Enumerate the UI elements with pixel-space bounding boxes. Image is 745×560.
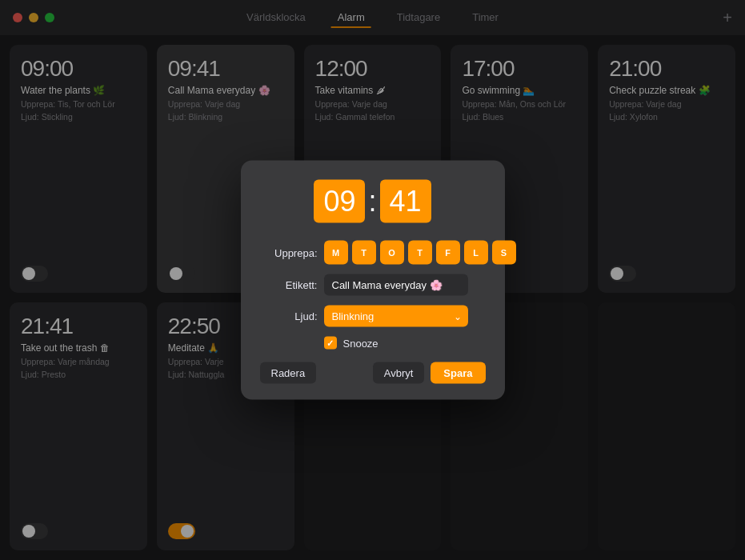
etikett-label: Etikett: xyxy=(260,279,318,291)
delete-button[interactable]: Radera xyxy=(260,362,317,384)
sound-row: Ljud: Blinkning Stickling Gammal telefon… xyxy=(260,306,486,327)
alarm-edit-dialog: 09 : 41 Upprepa: M T O T F L S Etikett: … xyxy=(241,161,505,400)
save-button[interactable]: Spara xyxy=(431,362,485,384)
day-friday[interactable]: F xyxy=(436,241,460,265)
time-hour[interactable]: 09 xyxy=(314,180,365,223)
snooze-row: Snooze xyxy=(324,337,486,350)
dialog-buttons: Radera Avbryt Spara xyxy=(260,362,486,384)
day-tuesday[interactable]: T xyxy=(352,241,376,265)
sound-select[interactable]: Blinkning Stickling Gammal telefon Blues… xyxy=(324,306,468,327)
confirm-buttons: Avbryt Spara xyxy=(373,362,486,384)
day-thursday[interactable]: T xyxy=(408,241,432,265)
day-monday[interactable]: M xyxy=(324,241,348,265)
ljud-label: Ljud: xyxy=(260,310,318,322)
sound-select-wrapper: Blinkning Stickling Gammal telefon Blues… xyxy=(324,306,468,327)
time-colon: : xyxy=(368,185,376,218)
snooze-checkbox[interactable] xyxy=(324,337,337,350)
label-input[interactable] xyxy=(324,274,468,296)
repeat-row: Upprepa: M T O T F L S xyxy=(260,241,486,265)
time-display: 09 : 41 xyxy=(260,180,486,223)
upprepa-label: Upprepa: xyxy=(260,246,318,258)
label-row: Etikett: xyxy=(260,274,486,296)
cancel-button[interactable]: Avbryt xyxy=(373,362,425,384)
snooze-label: Snooze xyxy=(343,337,379,349)
time-minute[interactable]: 41 xyxy=(380,180,431,223)
day-wednesday[interactable]: O xyxy=(380,241,404,265)
day-saturday[interactable]: L xyxy=(464,241,488,265)
day-buttons: M T O T F L S xyxy=(324,241,516,265)
day-sunday[interactable]: S xyxy=(492,241,516,265)
